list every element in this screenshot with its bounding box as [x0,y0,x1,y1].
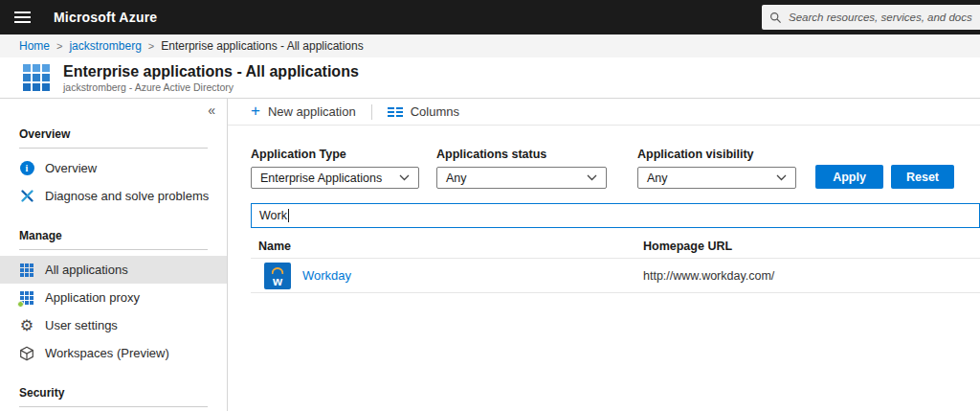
grid-icon [19,263,34,278]
divider [19,148,208,149]
sidebar-item-label: Diagnose and solve problems [45,189,209,203]
breadcrumb-current: Enterprise applications - All applicatio… [161,39,363,53]
application-visibility-select[interactable]: Any [637,167,796,189]
top-bar: Microsoft Azure Search resources, servic… [0,0,980,34]
breadcrumb: Home > jackstromberg > Enterprise applic… [0,34,980,57]
divider [19,249,208,250]
workday-logo-icon: w [264,263,291,289]
breadcrumb-separator: > [56,40,62,52]
columns-button[interactable]: Columns [388,104,459,119]
app-title: Microsoft Azure [54,10,157,25]
sidebar-item-workspaces-preview[interactable]: Workspaces (Preview) [0,339,227,367]
applications-status-select[interactable]: Any [436,167,607,189]
filters-row: Application Type Enterprise Applications… [228,148,980,189]
global-search-input[interactable]: Search resources, services, and docs (G+… [762,5,980,30]
sidebar-item-application-proxy[interactable]: Application proxy [0,284,227,311]
hamburger-menu-icon[interactable] [0,0,44,34]
tools-icon [19,189,34,204]
application-search-value: Work [259,209,287,222]
chevron-down-icon [776,174,787,181]
application-search-input[interactable]: Work [251,203,980,228]
sidebar-item-label: Application proxy [45,290,140,305]
divider [19,406,208,407]
page-title: Enterprise applications - All applicatio… [63,63,359,80]
chevron-down-icon [587,174,597,181]
sidebar-section-manage: Manage [19,229,208,242]
reset-button[interactable]: Reset [891,165,954,189]
sidebar: « Overview i Overview Diagnose and solve… [0,99,228,411]
column-header-name[interactable]: Name [251,240,643,253]
column-header-homepage-url[interactable]: Homepage URL [643,240,980,253]
table-row-workday[interactable]: w Workday http://www.workday.com/ [251,259,980,293]
apply-button[interactable]: Apply [815,165,883,189]
applications-table: Name Homepage URL w Workday http://www.w… [251,235,980,293]
columns-icon [388,107,403,117]
breadcrumb-jackstromberg[interactable]: jackstromberg [69,39,141,53]
sidebar-item-all-applications[interactable]: All applications [0,256,227,284]
search-icon [769,11,782,24]
new-application-label: New application [268,104,356,119]
sidebar-item-user-settings[interactable]: ⚙ User settings [0,311,227,339]
sidebar-item-label: User settings [45,318,118,332]
text-caret [288,209,289,222]
enterprise-applications-icon [23,64,50,91]
workday-link[interactable]: Workday [302,268,351,283]
cube-icon [19,346,34,361]
plus-icon: + [251,103,260,119]
breadcrumb-home[interactable]: Home [19,39,50,53]
global-search-placeholder: Search resources, services, and docs (G+… [789,11,972,23]
main-content: + New application Columns Application Ty… [228,99,980,411]
sidebar-item-label: Workspaces (Preview) [45,346,169,360]
sidebar-item-overview[interactable]: i Overview [0,154,227,182]
workday-arc [272,267,284,274]
application-type-label: Application Type [251,148,419,161]
sidebar-item-diagnose-and-solve-problems[interactable]: Diagnose and solve problems [0,182,227,210]
sidebar-collapse-button[interactable]: « [208,103,215,118]
new-application-button[interactable]: + New application [251,104,356,119]
toolbar-divider [371,104,372,120]
sidebar-item-label: All applications [45,263,128,277]
application-visibility-label: Application visibility [637,148,796,161]
application-type-select[interactable]: Enterprise Applications [251,167,419,189]
sidebar-section-security: Security [19,386,208,400]
command-bar: + New application Columns [228,99,980,126]
applications-status-label: Applications status [436,148,607,161]
sidebar-item-label: Overview [45,161,97,175]
columns-label: Columns [411,104,459,119]
page-header: Enterprise applications - All applicatio… [0,57,980,99]
table-header: Name Homepage URL [251,235,980,259]
chevron-down-icon [399,174,410,181]
application-visibility-value: Any [647,172,668,185]
gear-icon: ⚙ [19,318,34,333]
application-type-value: Enterprise Applications [260,172,382,185]
sidebar-section-overview: Overview [19,127,208,141]
breadcrumb-separator: > [148,40,154,52]
workday-letter: w [264,274,291,288]
info-icon: i [19,161,34,176]
workday-homepage-url: http://www.workday.com/ [643,269,980,283]
page-subtitle: jackstromberg - Azure Active Directory [63,81,359,93]
applications-status-value: Any [446,172,467,185]
application-proxy-icon [19,290,34,306]
